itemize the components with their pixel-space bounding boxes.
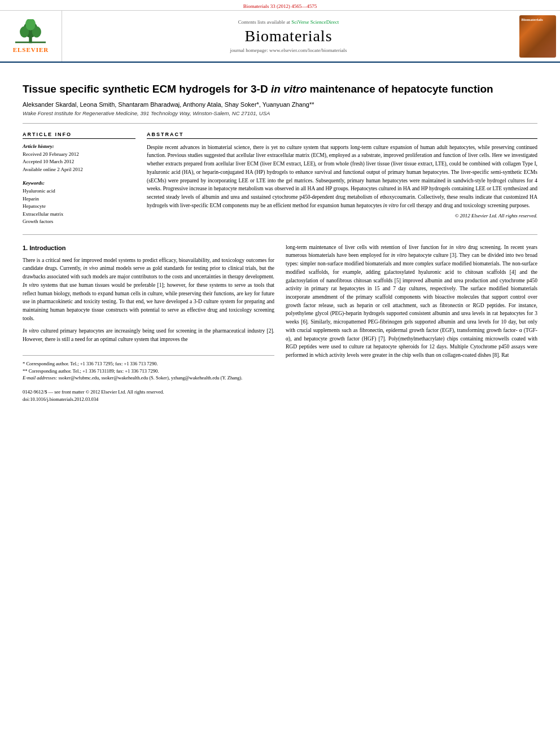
intro-heading: 1. Introduction [23,243,274,253]
article-history: Article history: Received 20 February 20… [23,143,135,174]
keyword-1: Hyaluronic acid [23,187,135,195]
journal-badge-section: Biomaterials [515,11,560,62]
journal-title: Biomaterials [244,27,332,45]
issn-line: 0142-9612/$ — see front matter © 2012 El… [23,388,274,396]
article-affiliation: Wake Forest Institute for Regenerative M… [23,110,537,116]
section-divider [23,234,537,235]
footnote-emails: E-mail addresses: ssoker@wfubmc.edu, sso… [23,374,274,382]
keyword-3: Hepatocyte [23,203,135,211]
keywords-block: Keywords: Hyaluronic acid Heparin Hepato… [23,180,135,226]
email-label: E-mail addresses: [23,375,57,381]
intro-para-1: There is a critical need for improved mo… [23,256,274,323]
doi-line: doi:10.1016/j.biomaterials.2012.03.034 [23,396,274,403]
elsevier-logo-section: ELSEVIER [0,11,62,62]
body-left-col: 1. Introduction There is a critical need… [23,243,274,403]
footnotes: * Corresponding author. Tel.; +1 336 713… [23,355,274,382]
abstract-col: ABSTRACT Despite recent advances in biom… [147,132,537,226]
citation-bar: Biomaterials 33 (2012) 4565—4575 [0,0,560,11]
received-date: Received 20 February 2012 [23,151,135,159]
content-wrapper: Tissue specific synthetic ECM hydrogels … [0,63,560,412]
email-addresses: ssoker@wfubmc.edu, ssoker@wakehealth.edu… [58,375,242,381]
footnote-2: ** Corresponding author. Tel.; +1 336 71… [23,368,274,375]
right-para-1: long-term maintenance of liver cells wit… [286,243,537,360]
journal-info-center: Contents lists available at SciVerse Sci… [62,11,515,62]
article-info-label: ARTICLE INFO [23,132,135,139]
abstract-text: Despite recent advances in biomaterial s… [147,143,537,210]
intro-para-2: In vitro cultured primary hepatocytes ar… [23,327,274,343]
copyright-line: © 2012 Elsevier Ltd. All rights reserved… [147,213,537,219]
available-date: Available online 2 April 2012 [23,166,135,174]
article-title-section: Tissue specific synthetic ECM hydrogels … [23,71,537,124]
keyword-2: Heparin [23,195,135,203]
article-authors: Aleksander Skardal, Leona Smith, Shantar… [23,101,537,108]
body-right-col: long-term maintenance of liver cells wit… [286,243,537,403]
article-info-col: ARTICLE INFO Article history: Received 2… [23,132,135,226]
citation-text: Biomaterials 33 (2012) 4565—4575 [243,3,317,9]
journal-homepage: journal homepage: www.elsevier.com/locat… [230,47,347,53]
sciverse-link[interactable]: SciVerse ScienceDirect [291,19,339,25]
keyword-4: Extracellular matrix [23,211,135,219]
elsevier-logo: ELSEVIER [13,19,49,53]
keyword-5: Growth factors [23,218,135,226]
article-info-abstract: ARTICLE INFO Article history: Received 2… [23,132,537,226]
history-label: Article history: [23,143,135,149]
journal-header: ELSEVIER Contents lists available at Sci… [0,11,560,63]
keywords-label: Keywords: [23,180,135,186]
elsevier-tree-icon [14,19,47,45]
accepted-date: Accepted 10 March 2012 [23,158,135,166]
abstract-label: ABSTRACT [147,132,537,139]
bottom-info: 0142-9612/$ — see front matter © 2012 El… [23,388,274,403]
article-title: Tissue specific synthetic ECM hydrogels … [23,82,537,97]
body-columns: 1. Introduction There is a critical need… [23,243,537,403]
badge-text: Biomaterials [522,18,543,23]
biomaterials-badge: Biomaterials [519,15,556,58]
sciverse-line: Contents lists available at SciVerse Sci… [238,19,339,25]
svg-rect-5 [15,42,46,43]
footnote-1: * Corresponding author. Tel.; +1 336 713… [23,360,274,368]
elsevier-wordmark: ELSEVIER [13,46,49,53]
